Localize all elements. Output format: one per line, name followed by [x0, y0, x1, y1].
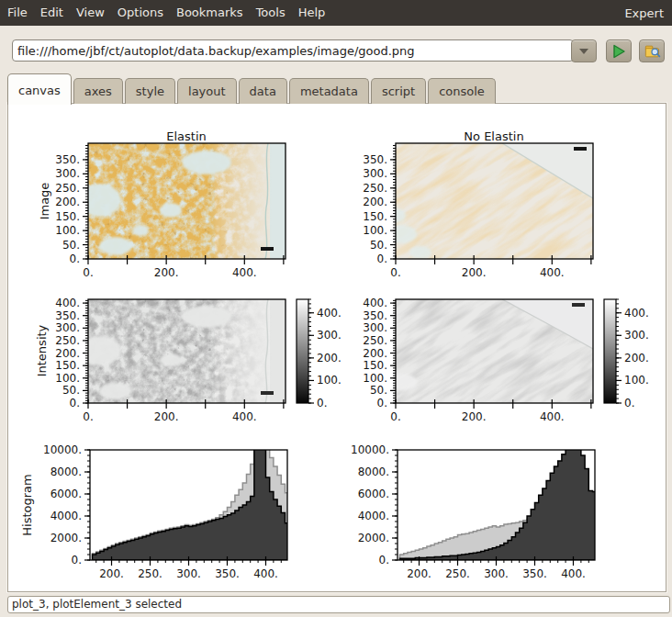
tab-layout[interactable]: layout	[177, 78, 237, 104]
svg-text:100.: 100.	[363, 224, 387, 237]
svg-text:2000.: 2000.	[50, 532, 82, 544]
tab-console[interactable]: console	[428, 78, 496, 104]
play-icon	[610, 43, 627, 60]
svg-text:200.: 200.	[363, 347, 387, 360]
svg-text:200.: 200.	[462, 266, 487, 279]
svg-text:0.: 0.	[72, 554, 82, 567]
plot-title-elastin: Elastin	[166, 129, 207, 143]
histogram-series[interactable]	[400, 443, 597, 560]
svg-text:400.: 400.	[232, 410, 257, 423]
svg-text:2000.: 2000.	[358, 532, 389, 544]
scale-bar	[261, 247, 274, 251]
svg-text:400.: 400.	[561, 567, 586, 580]
svg-text:200.: 200.	[99, 567, 124, 580]
svg-text:150.: 150.	[363, 210, 387, 223]
svg-text:0.: 0.	[317, 397, 327, 409]
menu-edit[interactable]: Edit	[34, 0, 70, 26]
address-dropdown-button[interactable]	[571, 39, 597, 62]
svg-text:400.: 400.	[540, 410, 565, 423]
svg-text:200.: 200.	[55, 196, 80, 208]
chevron-down-icon	[577, 44, 591, 59]
svg-text:300.: 300.	[55, 321, 80, 334]
address-input[interactable]	[12, 39, 574, 62]
go-button[interactable]	[606, 39, 632, 62]
svg-text:400.: 400.	[253, 567, 278, 580]
svg-text:6000.: 6000.	[50, 488, 82, 500]
svg-text:50.: 50.	[370, 239, 387, 252]
svg-text:400.: 400.	[55, 297, 80, 309]
browse-button[interactable]	[639, 39, 665, 62]
svg-text:50.: 50.	[62, 239, 80, 252]
plot-canvas[interactable]: Elastin No Elastin Image Intensity Histo…	[7, 103, 666, 592]
svg-text:4000.: 4000.	[358, 510, 389, 522]
menu-file[interactable]: File	[0, 0, 34, 26]
folder-search-icon	[643, 42, 661, 61]
statusbar: plot_3, plotElement_3 selected	[0, 592, 672, 617]
tab-canvas[interactable]: canvas	[7, 73, 72, 105]
svg-text:100.: 100.	[55, 372, 80, 385]
expert-mode-label[interactable]: Expert	[624, 6, 672, 20]
scale-bar	[574, 147, 587, 151]
svg-text:250.: 250.	[363, 182, 387, 195]
svg-text:350.: 350.	[363, 153, 387, 166]
ylabel-image: Image	[38, 183, 51, 220]
svg-text:300.: 300.	[55, 167, 80, 180]
svg-text:0.: 0.	[624, 397, 634, 409]
axes-histogram-left[interactable]: 0.2000.4000.6000.8000.10000.200.250.300.…	[43, 441, 289, 580]
svg-text:50.: 50.	[62, 384, 80, 397]
histogram-series[interactable]	[93, 441, 289, 560]
tab-style[interactable]: style	[125, 78, 175, 104]
svg-text:250.: 250.	[138, 567, 162, 580]
svg-text:100.: 100.	[363, 372, 387, 385]
tab-metadata[interactable]: metadata	[289, 78, 369, 104]
svg-text:200.: 200.	[624, 352, 649, 365]
menu-help[interactable]: Help	[292, 0, 332, 26]
svg-text:350.: 350.	[215, 567, 240, 580]
svg-text:100.: 100.	[624, 374, 649, 387]
svg-text:400.: 400.	[540, 266, 565, 279]
ylabel-intensity: Intensity	[35, 324, 49, 376]
tab-script[interactable]: script	[371, 78, 426, 104]
svg-text:8000.: 8000.	[50, 466, 82, 478]
svg-text:200.: 200.	[55, 347, 80, 360]
svg-text:200.: 200.	[317, 352, 342, 365]
colorbar[interactable]	[604, 299, 616, 403]
svg-text:300.: 300.	[624, 329, 649, 342]
svg-text:0.: 0.	[70, 252, 80, 265]
status-message: plot_3, plotElement_3 selected	[7, 596, 670, 613]
svg-text:400.: 400.	[624, 307, 649, 320]
svg-text:0.: 0.	[83, 410, 93, 423]
svg-text:8000.: 8000.	[358, 466, 389, 478]
menubar: File Edit View Options Bookmarks Tools H…	[0, 0, 672, 26]
menu-options[interactable]: Options	[111, 0, 170, 26]
svg-text:200.: 200.	[462, 410, 487, 423]
svg-text:350.: 350.	[55, 153, 80, 166]
menu-tools[interactable]: Tools	[250, 0, 292, 26]
svg-text:200.: 200.	[154, 410, 179, 423]
ylabel-histogram: Histogram	[20, 474, 34, 535]
axes-histogram-right[interactable]: 0.2000.4000.6000.8000.10000.200.250.300.…	[351, 443, 597, 580]
svg-text:100.: 100.	[55, 224, 80, 237]
tab-data[interactable]: data	[239, 78, 287, 104]
svg-text:150.: 150.	[55, 359, 80, 372]
svg-text:300.: 300.	[484, 567, 509, 580]
tabbar: canvas axes style layout data metadata s…	[7, 73, 496, 104]
colorbar[interactable]	[297, 299, 308, 403]
svg-text:0.: 0.	[390, 266, 400, 279]
svg-text:400.: 400.	[232, 266, 257, 279]
svg-text:250.: 250.	[363, 334, 387, 347]
svg-text:0.: 0.	[379, 554, 389, 567]
svg-text:300.: 300.	[363, 167, 387, 180]
svg-text:350.: 350.	[55, 309, 80, 322]
svg-text:0.: 0.	[83, 266, 93, 279]
svg-text:10000.: 10000.	[43, 443, 82, 456]
svg-text:300.: 300.	[363, 321, 387, 334]
svg-text:50.: 50.	[370, 384, 387, 397]
micrograph-elastin[interactable]	[79, 143, 286, 259]
intensity-image-left[interactable]	[79, 299, 286, 403]
svg-text:6000.: 6000.	[358, 488, 389, 500]
menu-bookmarks[interactable]: Bookmarks	[170, 0, 250, 26]
menu-view[interactable]: View	[70, 0, 111, 26]
svg-text:300.: 300.	[317, 329, 342, 342]
tab-axes[interactable]: axes	[73, 78, 123, 104]
